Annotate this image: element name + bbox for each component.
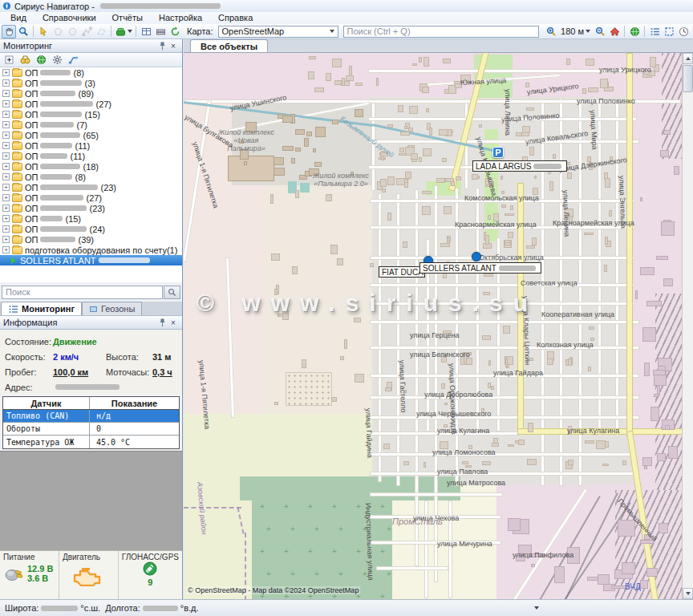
tree-expand-icon[interactable]: + xyxy=(2,100,10,107)
tree-item[interactable]: +ОП(15) xyxy=(0,213,182,224)
select-object-tool-button[interactable] xyxy=(36,25,51,38)
show-on-map-button[interactable] xyxy=(34,54,48,66)
tree-expand-icon[interactable]: + xyxy=(2,215,10,222)
mileage-value[interactable]: 100,0 км xyxy=(53,367,95,377)
redacted-name xyxy=(40,174,72,180)
zoom-tool-button[interactable] xyxy=(16,25,30,38)
layers-menu-button[interactable] xyxy=(114,25,133,38)
expand-all-button[interactable] xyxy=(2,54,16,66)
tree-expand-icon[interactable]: + xyxy=(2,163,10,170)
tree-item[interactable]: +ОП(18) xyxy=(0,161,182,172)
tree-item[interactable]: +ОП(8) xyxy=(0,172,182,182)
tree-item[interactable]: +подготовка оборудования по счету (1) xyxy=(0,245,182,255)
tree-item[interactable]: +ОП(24) xyxy=(0,224,182,234)
refresh-map-button[interactable] xyxy=(168,25,182,38)
grid-view-button[interactable] xyxy=(139,25,153,38)
pan-tool-button[interactable] xyxy=(2,25,16,38)
list-view-button[interactable] xyxy=(647,25,662,38)
tab-geozones[interactable]: Геозоны xyxy=(82,302,142,315)
tree-item[interactable]: +ОП(27) xyxy=(0,192,182,203)
zoom-out-button[interactable] xyxy=(593,25,607,38)
clock-button[interactable] xyxy=(676,25,691,38)
tree-expand-icon[interactable]: + xyxy=(2,236,10,243)
sensor-row[interactable]: Топливо (CAN)н/д xyxy=(3,410,179,423)
tree-expand-icon[interactable]: + xyxy=(2,246,10,253)
close-icon[interactable]: × xyxy=(168,318,179,328)
vehicle-map-label[interactable]: SOLLERS ATALANT xyxy=(419,262,541,274)
tree-expand-icon[interactable]: + xyxy=(2,90,10,97)
edit-geozone-tool-button[interactable] xyxy=(94,25,108,38)
tree-expand-icon[interactable]: + xyxy=(2,142,10,149)
pin-icon[interactable] xyxy=(156,41,168,51)
tab-monitoring[interactable]: Мониторинг xyxy=(1,302,82,315)
map-provider-select[interactable]: OpenStreetMap xyxy=(218,26,338,38)
map-canvas[interactable]: ++++++++++++++++++++++++++++++Южная улиц… xyxy=(184,53,682,599)
state-value: Движение xyxy=(53,337,97,346)
tree-expand-icon[interactable]: + xyxy=(2,79,10,87)
vehicle-map-label[interactable]: FIAT DUCAT xyxy=(379,266,425,278)
tree-expand-icon[interactable]: + xyxy=(2,184,10,191)
tree-expand-icon[interactable]: + xyxy=(2,173,10,180)
scrollbar-thumb[interactable] xyxy=(683,65,693,92)
menu-справочники[interactable]: Справочники xyxy=(35,12,103,24)
pin-icon[interactable] xyxy=(156,318,168,328)
tree-item[interactable]: +ОП(65) xyxy=(0,130,182,140)
map-tab-all-objects[interactable]: Все объекты xyxy=(190,39,268,52)
tree-expand-icon[interactable]: + xyxy=(2,132,10,139)
ruler-tool-button[interactable] xyxy=(153,25,168,38)
tree-item[interactable]: +ОП(23) xyxy=(0,182,182,192)
scroll-down-button[interactable] xyxy=(683,588,693,599)
tree-expand-icon[interactable]: + xyxy=(2,205,10,212)
track-button[interactable] xyxy=(67,54,80,66)
global-search-input[interactable] xyxy=(343,26,540,38)
tree-search-input[interactable] xyxy=(2,286,163,299)
close-icon[interactable]: × xyxy=(168,41,179,51)
redacted-name xyxy=(99,257,150,263)
tree-item-label: ОП xyxy=(25,183,38,192)
tree-expand-icon[interactable]: + xyxy=(2,194,10,201)
polyline-tool-button[interactable] xyxy=(79,25,94,38)
status-bar: Широта: °с.ш. Долгота: °в.д. xyxy=(0,599,693,616)
tree-expand-icon[interactable]: + xyxy=(2,225,10,233)
zoom-in-button[interactable] xyxy=(544,25,558,38)
tree-expand-icon[interactable]: + xyxy=(2,121,10,128)
tree-item-label: ОП xyxy=(25,68,38,78)
tree-expand-icon[interactable]: + xyxy=(2,111,10,118)
coords-dropdown-icon[interactable] xyxy=(534,606,539,610)
tree-item[interactable]: +ОП(89) xyxy=(0,88,182,99)
tree-item[interactable]: +ОП(3) xyxy=(0,78,182,88)
menu-отчёты[interactable]: Отчёты xyxy=(105,12,150,24)
tree-item[interactable]: +ОП(27) xyxy=(0,99,182,109)
tree-item[interactable]: +ОП(39) xyxy=(0,234,182,245)
tree-item[interactable]: +ОП(7) xyxy=(0,120,182,130)
circle-tool-button[interactable] xyxy=(65,25,79,38)
sensor-row[interactable]: Температура ОЖ45.0 °C xyxy=(3,436,179,448)
home-button[interactable] xyxy=(607,25,622,38)
vehicle-marker[interactable] xyxy=(472,252,481,261)
tree-item[interactable]: +ОП(11) xyxy=(0,151,182,161)
menu-настройка[interactable]: Настройка xyxy=(152,12,209,24)
tree-search-button[interactable] xyxy=(164,286,180,299)
polygon-tool-button[interactable] xyxy=(51,25,65,38)
find-object-button[interactable] xyxy=(18,54,32,66)
tree-item[interactable]: +ОП(11) xyxy=(0,140,182,151)
plate-redacted xyxy=(499,265,536,271)
street-label: улица Панфилова xyxy=(513,551,573,559)
zoom-scale-select[interactable]: 180 м xyxy=(558,26,593,36)
map-scrollbar[interactable] xyxy=(682,53,693,599)
menu-вид[interactable]: Вид xyxy=(3,12,34,24)
tree-item[interactable]: +ОП(8) xyxy=(0,67,182,78)
tree-expand-icon[interactable]: + xyxy=(2,69,10,76)
tree-item-selected-vehicle[interactable]: SOLLERS ATLANT xyxy=(0,255,182,265)
vehicle-map-label[interactable]: LADA LARGUS xyxy=(472,160,567,172)
select-region-button[interactable] xyxy=(662,25,676,38)
scroll-up-button[interactable] xyxy=(683,53,693,64)
settings-button[interactable] xyxy=(51,54,64,66)
tree-expand-icon[interactable]: + xyxy=(2,152,10,160)
globe-button[interactable] xyxy=(627,25,642,38)
hours-value[interactable]: 0,3 ч xyxy=(152,367,172,377)
tree-item[interactable]: +ОП(23) xyxy=(0,203,182,213)
sensor-row[interactable]: Обороты0 xyxy=(3,423,179,436)
tree-item[interactable]: +ОП(15) xyxy=(0,109,182,120)
menu-справка[interactable]: Справка xyxy=(211,12,260,24)
